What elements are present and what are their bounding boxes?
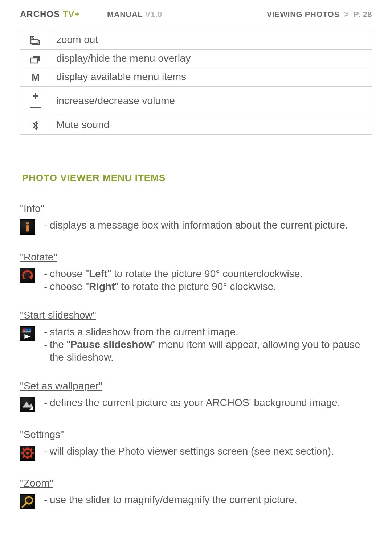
bullet-dash: - [44,267,50,280]
svg-line-29 [23,503,26,507]
control-label: display available menu items [51,68,372,87]
menu-item-wallpaper: "Set as wallpaper" -defines the current … [20,380,372,412]
menu-item-title: "Start slideshow" [20,309,372,321]
menu-item-text: -starts a slideshow from the current ima… [44,325,372,364]
svg-line-2 [31,36,34,40]
bullet-text: starts a slideshow from the current imag… [50,325,238,338]
svg-line-27 [23,456,25,458]
svg-point-19 [26,452,29,455]
bullet-dash: - [44,396,50,409]
svg-marker-16 [23,401,33,407]
menu-item-text: -displays a message box with information… [44,219,372,231]
svg-rect-13 [29,329,31,331]
bullet-dash: - [44,445,50,457]
table-row: display/hide the menu overlay [20,50,372,68]
menu-item-slideshow: "Start slideshow" -starts a slideshow fr… [20,309,372,364]
menu-item-zoom: "Zoom" -use the slider to magnify/demagn… [20,477,372,509]
bullet-text: defines the current picture as your ARCH… [50,396,340,409]
svg-rect-11 [23,329,25,331]
slideshow-icon [20,326,35,341]
bullet-text: choose "Left" to rotate the picture 90° … [50,267,303,280]
svg-line-26 [31,449,32,450]
manual-text: MANUAL [107,10,143,19]
settings-icon [20,446,35,461]
svg-point-8 [26,222,29,225]
section-heading: PHOTO VIEWER MENU ITEMS [20,169,372,186]
overlay-icon [20,50,51,68]
menu-item-text: -use the slider to magnify/demagnify the… [44,493,372,506]
menu-item-text: -defines the current picture as your ARC… [44,396,372,409]
zoom-icon [20,494,35,509]
svg-rect-1 [31,40,38,44]
table-row: M display available menu items [20,68,372,87]
bullet-dash: - [44,280,50,293]
brand: ARCHOS TV+ [20,9,107,19]
table-row: Mute sound [20,116,372,135]
bullet-dash: - [44,493,50,506]
controls-table: zoom out display/hide the menu overlay M… [20,31,372,135]
svg-rect-12 [25,329,28,331]
breadcrumb: VIEWING PHOTOS > P. 28 [223,10,372,19]
svg-rect-4 [30,58,38,63]
table-row: zoom out [20,31,372,50]
bullet-dash: - [44,219,50,231]
menu-item-text: - choose "Left" to rotate the picture 90… [44,267,372,293]
menu-item-title: "Set as wallpaper" [20,380,372,392]
svg-rect-14 [23,331,31,332]
control-label: increase/decrease volume [51,87,372,116]
mute-icon [20,116,51,135]
rotate-icon [20,268,35,283]
bullet-dash: - [44,325,50,338]
manual-version: V1.0 [145,10,162,19]
table-row: +— increase/decrease volume [20,87,372,116]
control-label: zoom out [51,31,372,50]
plus-minus-icon: +— [20,87,51,116]
menu-item-settings: "Settings" -will display the Photo viewe… [20,429,372,461]
menu-item-rotate: "Rotate" - choose "Left" to rotate the p… [20,251,372,293]
section-title-text: PHOTO VIEWER MENU ITEMS [22,172,166,183]
control-label: display/hide the menu overlay [51,50,372,68]
section-name: VIEWING PHOTOS [266,10,339,19]
menu-item-text: -will display the Photo viewer settings … [44,445,372,457]
breadcrumb-separator: > [344,10,349,19]
menu-item-info: "Info" -displays a message box with info… [20,203,372,235]
page: ARCHOS TV+ MANUAL V1.0 VIEWING PHOTOS > … [0,0,392,554]
zoom-out-icon [20,31,51,50]
info-icon [20,219,35,235]
manual-label: MANUAL V1.0 [107,10,223,19]
menu-item-title: "Settings" [20,429,372,440]
brand-tvplus: TV+ [63,9,80,19]
bullet-text: use the slider to magnify/demagnify the … [50,493,297,506]
bullet-text: the "Pause slideshow" menu item will app… [50,338,372,364]
page-number: P. 28 [354,10,372,19]
control-label: Mute sound [51,116,372,135]
svg-rect-9 [26,225,29,231]
svg-line-24 [23,449,25,450]
bullet-text: displays a message box with information … [50,219,348,231]
menu-item-title: "Rotate" [20,251,372,263]
header: ARCHOS TV+ MANUAL V1.0 VIEWING PHOTOS > … [20,9,372,19]
brand-archos: ARCHOS [20,9,60,19]
svg-line-25 [31,456,32,458]
svg-marker-15 [24,334,30,339]
menu-m-icon: M [20,68,51,87]
bullet-text: will display the Photo viewer settings s… [50,445,334,457]
wallpaper-icon [20,397,35,412]
menu-item-title: "Zoom" [20,477,372,489]
bullet-text: choose "Right" to rotate the picture 90°… [50,280,276,293]
menu-item-title: "Info" [20,203,372,214]
bullet-dash: - [44,338,50,364]
